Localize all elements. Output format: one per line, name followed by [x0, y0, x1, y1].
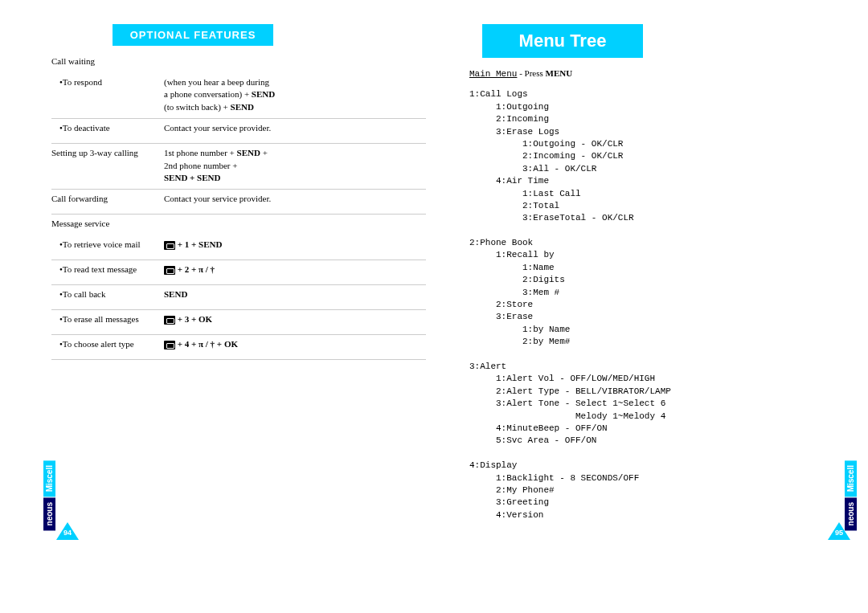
divider: [51, 260, 426, 260]
side-tab-bot: neous: [845, 497, 857, 530]
side-tab-right: Miscell neous: [845, 460, 857, 530]
threeway-send: SEND: [237, 148, 260, 157]
threeway-plus: +: [260, 148, 268, 157]
divider: [51, 143, 426, 144]
respond-text-1: (when you hear a beep during: [164, 77, 269, 87]
menu-tree: 1:Call Logs 1:Outgoing 2:Incoming 3:Eras…: [469, 88, 844, 521]
page-right: Menu Tree Main Menu - Press MENU 1:Call …: [466, 24, 852, 570]
divider: [51, 359, 426, 360]
respond-text-2: a phone conversation) +: [164, 89, 252, 99]
erase-keys: + 3 + OK: [175, 314, 212, 324]
row-alert-value: + 4 + π / † + OK: [164, 338, 426, 350]
row-fwd-label: Call forwarding: [51, 193, 164, 205]
key-icon: [164, 316, 175, 325]
row-callback-label: •To call back: [51, 288, 164, 300]
main-menu-intro: Main Menu - Press MENU: [469, 67, 844, 80]
row-text-value: + 2 + π / †: [164, 264, 426, 276]
row-msg-label: Message service: [51, 218, 164, 230]
alert-keys: + 4 + π / † + OK: [175, 339, 238, 349]
key-icon: [164, 266, 175, 275]
divider: [51, 189, 426, 190]
row-text-label: •To read text message: [51, 264, 164, 276]
intro-bold: MENU: [546, 68, 573, 78]
row-respond-label: •To respond: [51, 76, 164, 88]
row-fwd-value: Contact your service provider.: [164, 193, 426, 205]
respond-send-1: SEND: [252, 89, 275, 99]
respond-text-3: (to switch back) +: [164, 102, 231, 112]
row-deactivate-label: •To deactivate: [51, 122, 164, 134]
row-erase-value: + 3 + OK: [164, 313, 426, 325]
right-content: Main Menu - Press MENU 1:Call Logs 1:Out…: [466, 67, 852, 521]
row-respond-value: (when you hear a beep during a phone con…: [164, 76, 426, 113]
row-voice-value: + 1 + SEND: [164, 239, 426, 251]
divider: [51, 284, 426, 285]
section-header-left: OPTIONAL FEATURES: [113, 24, 273, 46]
threeway-sendsend: SEND + SEND: [164, 173, 220, 182]
side-tab-top: Miscell: [43, 460, 55, 497]
row-erase-label: •To erase all messages: [51, 313, 164, 325]
divider: [51, 334, 426, 335]
threeway-2: 2nd phone number +: [164, 161, 237, 170]
row-callback-value: SEND: [164, 288, 426, 300]
respond-send-2: SEND: [231, 102, 254, 112]
voice-keys: + 1 + SEND: [175, 239, 222, 249]
side-tab-bot: neous: [43, 497, 55, 530]
text-keys: + 2 + π / †: [175, 264, 215, 274]
threeway-1: 1st phone number +: [164, 148, 237, 157]
call-waiting-label: Call waiting: [51, 55, 164, 67]
row-deactivate-value: Contact your service provider.: [164, 122, 426, 134]
callback-keys: SEND: [164, 289, 187, 299]
side-tab-top: Miscell: [845, 460, 857, 497]
side-tab-left: Miscell neous: [43, 460, 55, 530]
row-3way-value: 1st phone number + SEND + 2nd phone numb…: [164, 147, 426, 184]
row-alert-label: •To choose alert type: [51, 338, 164, 350]
page-left: OPTIONAL FEATURES Call waiting •To respo…: [48, 24, 434, 570]
intro-underline: Main Menu: [469, 69, 517, 79]
page-num-text: 94: [62, 529, 73, 537]
key-icon: [164, 341, 175, 349]
divider: [51, 309, 426, 310]
section-header-right: Menu Tree: [482, 24, 643, 58]
left-content: Call waiting •To respond (when you hear …: [48, 55, 434, 360]
row-voice-label: •To retrieve voice mail: [51, 239, 164, 251]
divider: [51, 214, 426, 215]
row-3way-label: Setting up 3-way calling: [51, 147, 164, 159]
key-icon: [164, 241, 175, 250]
divider: [51, 118, 426, 119]
intro-mid: - Press: [517, 68, 545, 78]
page-num-text: 95: [833, 529, 845, 537]
